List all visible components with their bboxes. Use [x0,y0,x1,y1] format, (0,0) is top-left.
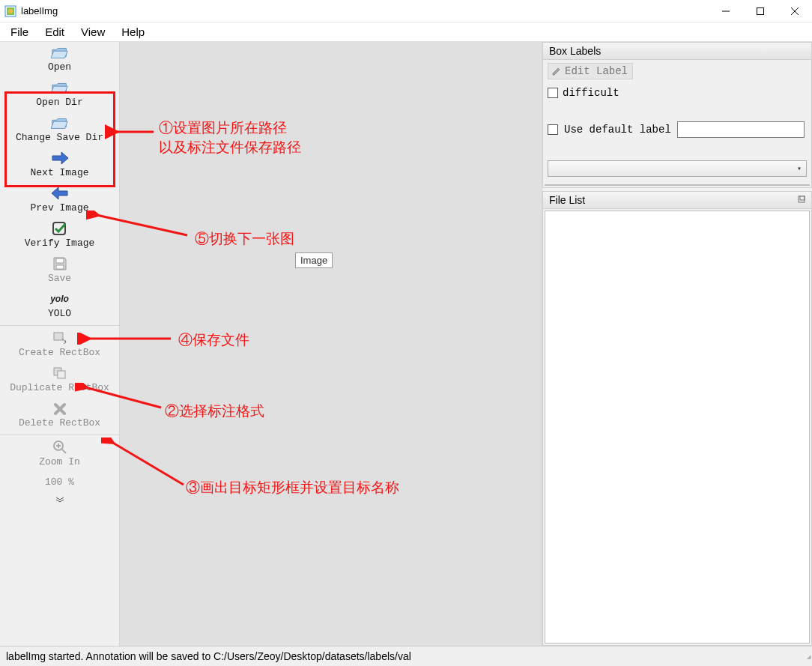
edit-label-button[interactable]: Edit Label [548,63,633,79]
edit-label-text: Edit Label [565,65,628,77]
svg-rect-9 [56,265,64,269]
create-rectbox-button[interactable]: Create RectBox [0,327,119,363]
separator [0,435,119,435]
svg-rect-12 [58,371,65,378]
zoom-percent[interactable]: 100 % [0,472,119,492]
pencil-icon [551,66,562,76]
box-labels-panel: Box Labels Edit Label difficult Use defa… [542,42,812,188]
right-pane: Box Labels Edit Label difficult Use defa… [542,42,812,646]
open-button[interactable]: Open [0,42,119,77]
left-toolbar: Open Open Dir Change Save Dir Next Image [0,42,120,646]
next-image-button[interactable]: Next Image [0,148,119,183]
use-default-label-checkbox[interactable] [548,124,558,135]
arrow-left-icon [51,186,69,201]
app-icon [4,5,16,17]
difficult-checkbox[interactable] [548,88,558,98]
tool-label: Change Save Dir [16,132,103,143]
change-save-dir-button[interactable]: Change Save Dir [0,112,119,148]
svg-rect-10 [54,333,63,340]
menu-edit[interactable]: Edit [37,24,72,40]
use-default-label-text: Use default label [564,124,671,136]
status-text: labelImg started. Annotation will be sav… [6,650,411,662]
format-icon: yolo [51,291,69,306]
tool-label: Open Dir [36,97,82,108]
difficult-label: difficult [563,87,619,99]
svg-rect-4 [757,7,764,14]
label-combobox[interactable]: ▾ [548,160,807,177]
prev-image-button[interactable]: Prev Image [0,183,119,218]
maximize-button[interactable] [743,0,778,22]
tool-label: Next Image [30,167,88,178]
delete-rectbox-button[interactable]: Delete RectBox [0,398,119,433]
tool-label: Delete RectBox [19,417,100,429]
image-canvas[interactable]: Image [120,42,542,646]
verify-image-button[interactable]: Verify Image [0,218,119,253]
menu-file[interactable]: File [3,24,36,40]
main-area: Open Open Dir Change Save Dir Next Image [0,42,812,646]
more-tools-chevron[interactable] [0,492,119,509]
folder-open-icon [51,45,69,60]
menu-help[interactable]: Help [114,24,152,40]
menu-bar: File Edit View Help [0,22,812,42]
tool-label: 100 % [45,476,74,488]
labels-listbox[interactable] [545,184,810,186]
svg-rect-17 [799,196,805,202]
zoom-in-icon [51,440,69,455]
close-button[interactable] [778,0,812,22]
tool-label: Prev Image [30,202,88,214]
chevron-down-icon: ▾ [797,164,802,173]
window-title: labelImg [21,5,58,16]
tool-label: Save [48,273,71,284]
tool-label: YOLO [48,308,71,319]
title-bar: labelImg [0,0,812,22]
svg-rect-7 [53,222,65,234]
panel-title: Box Labels [549,45,601,57]
popout-icon[interactable] [798,196,805,205]
tooltip: Image [295,252,333,268]
folder-icon [51,80,69,95]
check-icon [51,221,69,236]
folder-icon [51,115,69,130]
delete-icon [51,401,69,416]
panel-header[interactable]: File List [543,192,811,209]
duplicate-icon [51,366,69,381]
svg-rect-8 [56,258,64,263]
panel-header[interactable]: Box Labels [543,43,811,60]
tool-label: Verify Image [25,237,95,249]
status-bar: labelImg started. Annotation will be sav… [0,646,812,666]
tool-label: Open [48,61,71,73]
open-dir-button[interactable]: Open Dir [0,77,119,112]
box-labels-body: Edit Label difficult Use default label ▾ [543,60,811,183]
zoom-in-button[interactable]: Zoom In [0,437,119,472]
panel-title: File List [549,194,585,206]
tool-label: Duplicate RectBox [10,382,109,393]
svg-point-2 [8,9,13,13]
window-controls [709,0,812,22]
use-default-label-row: Use default label [548,121,807,138]
save-icon [51,256,69,271]
resize-grip[interactable]: ◢ [802,656,811,665]
menu-view[interactable]: View [73,24,112,40]
tool-label: Create RectBox [19,347,100,358]
rect-icon [51,330,69,345]
duplicate-rectbox-button[interactable]: Duplicate RectBox [0,363,119,398]
separator [0,325,119,326]
default-label-input[interactable] [677,121,805,138]
tool-label: Zoom In [39,456,80,467]
arrow-right-icon [51,151,69,166]
file-list-panel: File List [542,191,812,646]
difficult-row: difficult [548,87,807,99]
minimize-button[interactable] [709,0,743,22]
save-button[interactable]: Save [0,253,119,288]
format-toggle-button[interactable]: yolo YOLO [0,288,119,324]
svg-line-14 [62,449,66,453]
file-listbox[interactable] [545,211,810,644]
